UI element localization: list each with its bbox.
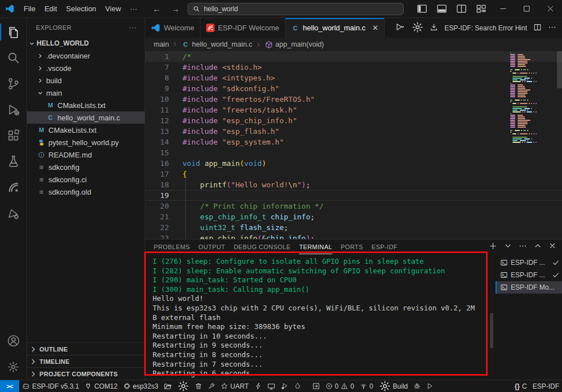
toggle-primary-sidebar[interactable] [412,3,432,14]
panel-tab-debug-console[interactable]: DEBUG CONSOLE [234,240,291,254]
explorer-more-actions[interactable]: ··· [129,24,137,31]
remote-indicator[interactable]: >< [0,380,19,392]
activity-explorer[interactable] [0,19,27,45]
tree-item-pytest-hello-world-py[interactable]: pytest_hello_world.py [27,136,145,148]
line-number[interactable]: 18 [145,179,169,190]
line-number[interactable]: 23 [145,233,169,239]
menu-selection[interactable]: Selection [61,3,100,15]
code-line-14[interactable]: 14 #include "esp_system.h" [145,137,562,147]
line-number[interactable]: 21 [145,211,169,222]
customize-layout[interactable] [471,3,491,14]
code-line-10[interactable]: 10 #include "freertos/FreeRTOS.h" [145,94,562,105]
terminal-instance[interactable]: ESP-IDF ... [496,269,562,281]
status-sdk-config[interactable] [175,380,192,392]
status-monitor[interactable] [265,380,278,392]
search-error-hint[interactable]: ESP-IDF: Search Error Hint [444,24,527,32]
status-serial-port[interactable]: COM12 [82,380,120,392]
line-number[interactable]: 7 [145,62,169,73]
tab-hello-world-main-c[interactable]: C hello_world_main.c ✕ [286,18,385,38]
code-line-7[interactable]: 7 #include <stdio.h> [145,62,562,73]
line-number[interactable]: 17 [145,169,169,179]
activity-esp-idf-explorer[interactable] [0,174,27,200]
views-and-more[interactable] [519,242,527,253]
toggle-panel[interactable] [432,3,452,14]
line-number[interactable]: 19 [145,190,169,201]
status-qemu[interactable] [291,380,304,392]
code-line-21[interactable]: 21 esp_chip_info_t chip_info; [145,211,562,222]
close-panel[interactable] [548,242,556,252]
activity-search[interactable] [0,45,27,71]
breadcrumb-item[interactable]: main [154,40,169,48]
code-line-13[interactable]: 13 #include "esp_flash.h" [145,126,562,137]
launch-profile[interactable] [504,242,512,252]
run-or-debug[interactable] [394,22,405,33]
status-command-palette[interactable] [310,380,323,392]
code-line-20[interactable]: 20 /* Print chip information */ [145,201,562,211]
status-ports-forwarded[interactable]: 0 [357,380,376,392]
menu-file[interactable]: File [19,3,40,15]
line-number[interactable]: 10 [145,94,169,105]
status-language-mode[interactable]: {}C [512,380,530,392]
tree-item-sdkconfig-old[interactable]: ≡sdkconfig.old [27,186,145,198]
code-line-18[interactable]: 18 printf("Hello world!\n"); [145,179,562,190]
panel-tab-esp-idf[interactable]: ESP-IDF [372,240,398,254]
activity-manage[interactable] [0,354,27,380]
tree-root-hello-world[interactable]: HELLO_WORLD [27,37,145,49]
panel-tab-problems[interactable]: PROBLEMS [154,240,190,254]
status-custom-task[interactable] [205,380,218,392]
code-line-11[interactable]: 11 #include "freertos/task.h" [145,105,562,115]
code-line-15[interactable]: 15 [145,147,562,158]
activity-testing[interactable] [0,148,27,174]
code-line-16[interactable]: 16 void app_main(void) [145,158,562,169]
minimize-button[interactable] [491,0,515,18]
activity-accounts[interactable] [0,328,27,354]
activity-source-control[interactable] [0,71,27,97]
status-cmake-debug[interactable] [411,380,423,392]
tree-item-build[interactable]: build [27,74,145,87]
tree-item-readme-md[interactable]: README.md [27,148,145,161]
esp-idf-settings[interactable] [412,21,423,35]
terminal-instance[interactable]: ESP-IDF Mo... [496,281,562,294]
line-number[interactable]: 1 [145,51,169,62]
maximize-button[interactable] [515,0,538,18]
line-number[interactable]: 20 [145,201,169,211]
panel-tab-terminal[interactable]: TERMINAL [299,240,332,254]
panel-tab-ports[interactable]: PORTS [341,240,363,254]
minimap[interactable] [510,52,556,143]
close-button[interactable] [538,0,562,18]
status-cmake-build[interactable]: Build [376,380,411,392]
breadcrumb-item[interactable]: app_main(void) [265,40,324,49]
tree-item--devcontainer[interactable]: .devcontainer [27,49,145,62]
line-number[interactable]: 8 [145,73,169,83]
tree-item--vscode[interactable]: .vscode [27,62,145,74]
panel-tab-output[interactable]: OUTPUT [198,240,225,254]
status-cmake-launch[interactable] [423,380,436,392]
tree-item-sdkconfig[interactable]: ≡sdkconfig [27,161,145,173]
activity-extensions[interactable] [0,123,27,148]
code-line-22[interactable]: 22 uint32_t flash_size; [145,222,562,233]
line-number[interactable]: 9 [145,83,169,94]
terminal-instance[interactable]: ESP-IDF ... [496,256,562,269]
tab-welcome[interactable]: Welcome [145,18,200,38]
section-project-components[interactable]: PROJECT COMPONENTS [27,367,145,380]
tree-item-cmakelists-txt[interactable]: MCMakeLists.txt [27,99,145,111]
maximize-panel[interactable] [534,242,542,252]
status-project-folder[interactable] [161,380,175,392]
terminal-output[interactable]: I (276) sleep: Configure to isolate all … [145,254,496,380]
new-terminal[interactable] [489,242,497,253]
command-center-search[interactable]: hello_world [188,3,404,15]
status-terminal[interactable] [304,380,310,392]
more-actions[interactable] [548,23,556,33]
section-outline[interactable]: OUTLINE [27,343,145,355]
tree-item-hello-world-main-c[interactable]: Chello_world_main.c [27,111,145,124]
code-line-23[interactable]: 23 esp_chip_info(&chip_info); [145,233,562,239]
code-line-9[interactable]: 9 #include "sdkconfig.h" [145,83,562,94]
line-number[interactable]: 16 [145,158,169,169]
menu-view[interactable]: View [101,3,126,15]
line-number[interactable]: 12 [145,115,169,126]
code-line-1[interactable]: 1 /* [145,51,562,62]
go-forward-button[interactable]: → [169,4,182,13]
status-esp-idf-extension[interactable]: ESP-IDF [530,380,562,392]
menu-edit[interactable]: Edit [40,3,61,15]
menu-more[interactable]: ··· [126,3,142,15]
